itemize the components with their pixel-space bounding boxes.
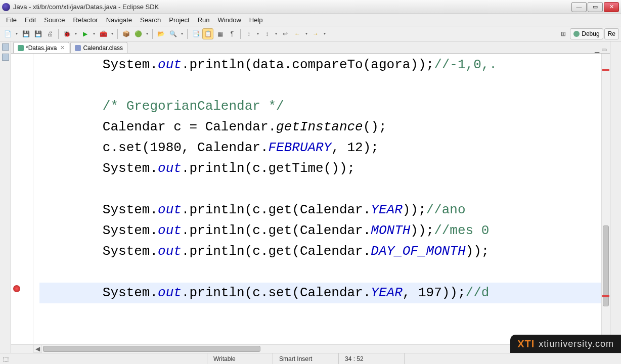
scroll-thumb[interactable] [603, 225, 609, 306]
watermark-url: xtiuniversity.com [539, 339, 614, 349]
status-message [10, 353, 207, 364]
status-writable: Writable [207, 353, 273, 364]
menu-project[interactable]: Project [165, 15, 193, 25]
status-insert-mode: Smart Insert [273, 353, 339, 364]
vertical-scrollbar[interactable] [601, 54, 610, 344]
menu-edit[interactable]: Edit [21, 15, 40, 25]
tab-label: *Datas.java [26, 44, 57, 52]
debug-icon[interactable]: 🐞 [61, 28, 72, 39]
run-icon[interactable]: ▶ [79, 28, 91, 39]
overview-error-marker[interactable] [602, 295, 609, 297]
maximize-button[interactable]: ▭ [588, 2, 603, 12]
toggle-mark-icon[interactable]: 📑 [190, 28, 201, 39]
menu-help[interactable]: Help [245, 15, 267, 25]
error-marker-icon[interactable] [13, 285, 20, 292]
code-area[interactable]: System.out.println(data.compareTo(agora)… [33, 54, 601, 344]
menu-search[interactable]: Search [136, 15, 165, 25]
back-dropdown[interactable]: ▾ [304, 31, 309, 36]
left-trim [0, 41, 11, 353]
status-cursor-position: 34 : 52 [339, 353, 405, 364]
editor-tabs: *Datas.java ✕ Calendar.class ▁ ▭ [11, 41, 610, 54]
perspective-debug[interactable]: Debug [570, 28, 603, 39]
open-perspective-icon[interactable]: ⊞ [558, 28, 569, 39]
window-title: Java - xti/br/com/xti/java/Datas.java - … [13, 3, 570, 11]
tab-datas-java[interactable]: *Datas.java ✕ [13, 42, 69, 53]
vertical-ruler[interactable] [11, 54, 33, 344]
editor-body: System.out.println(data.compareTo(agora)… [11, 54, 610, 344]
run-dropdown[interactable]: ▾ [92, 31, 97, 36]
menu-window[interactable]: Window [214, 15, 245, 25]
ext-tools-dropdown[interactable]: ▾ [110, 31, 115, 36]
tab-label: Calendar.class [83, 44, 123, 52]
ann-prev-dropdown[interactable]: ▾ [255, 31, 260, 36]
new-dropdown[interactable]: ▾ [14, 31, 19, 36]
editor: *Datas.java ✕ Calendar.class ▁ ▭ System.… [11, 41, 610, 353]
status-icon[interactable]: ⬚ [3, 355, 10, 362]
maximize-view-icon[interactable]: ▭ [601, 46, 607, 53]
minimize-view-icon[interactable]: ▁ [595, 46, 599, 53]
new-package-icon[interactable]: 📦 [120, 28, 131, 39]
forward-icon[interactable]: → [310, 28, 321, 39]
right-trim [610, 41, 621, 353]
class-file-icon [75, 45, 81, 51]
toggle-block-icon[interactable]: ▦ [214, 28, 226, 39]
save-all-icon[interactable]: 💾 [32, 28, 43, 39]
code-content[interactable]: System.out.println(data.compareTo(agora)… [33, 54, 601, 304]
back-icon[interactable]: ← [292, 28, 303, 39]
close-button[interactable]: ✕ [604, 2, 619, 12]
menu-refactor[interactable]: Refactor [69, 15, 102, 25]
menu-navigate[interactable]: Navigate [102, 15, 136, 25]
open-type-icon[interactable]: 📂 [155, 28, 166, 39]
new-type-icon[interactable]: 🟢 [132, 28, 144, 39]
tab-calendar-class[interactable]: Calendar.class [70, 42, 127, 53]
print-icon[interactable]: 🖨 [45, 28, 56, 39]
title-bar: Java - xti/br/com/xti/java/Datas.java - … [0, 0, 621, 14]
tab-close-icon[interactable]: ✕ [60, 44, 65, 51]
debug-dropdown[interactable]: ▾ [73, 31, 78, 36]
java-file-icon [18, 45, 24, 51]
xti-logo-icon: XTI [517, 338, 535, 350]
restore-view-icon[interactable] [2, 43, 9, 51]
ext-tools-icon[interactable]: 🧰 [98, 28, 109, 39]
watermark: XTI xtiuniversity.com [510, 335, 621, 353]
annotation-next-icon[interactable]: ↕ [261, 28, 273, 39]
toolbar: 📄▾ 💾 💾 🖨 🐞▾ ▶▾ 🧰▾ 📦 🟢▾ 📂 🔍▾ 📑 📋 ▦ ¶ ↕▾ ↕… [0, 26, 621, 41]
minimize-button[interactable]: — [571, 2, 587, 12]
search-dropdown[interactable]: ▾ [180, 31, 185, 36]
new-icon[interactable]: 📄 [2, 28, 13, 39]
show-whitespace-icon[interactable]: ¶ [227, 28, 238, 39]
search-icon[interactable]: 🔍 [167, 28, 179, 39]
menu-file[interactable]: File [2, 15, 21, 25]
last-edit-icon[interactable]: ↩ [280, 28, 291, 39]
annotation-prev-icon[interactable]: ↕ [243, 28, 254, 39]
overview-error-marker[interactable] [602, 69, 609, 71]
status-bar: ⬚ Writable Smart Insert 34 : 52 [0, 353, 621, 364]
toggle-breadcrumb-icon[interactable]: 📋 [202, 28, 213, 39]
eclipse-icon [2, 3, 10, 11]
package-explorer-icon[interactable] [2, 54, 9, 61]
menu-run[interactable]: Run [194, 15, 214, 25]
menu-bar: File Edit Source Refactor Navigate Searc… [0, 14, 621, 26]
bug-icon [573, 31, 580, 37]
save-icon[interactable]: 💾 [20, 28, 31, 39]
scroll-left-icon[interactable]: ◀ [33, 345, 42, 353]
forward-dropdown[interactable]: ▾ [322, 31, 327, 36]
main-area: *Datas.java ✕ Calendar.class ▁ ▭ System.… [0, 41, 621, 353]
perspective-resource[interactable]: Re [604, 28, 619, 39]
ann-next-dropdown[interactable]: ▾ [274, 31, 279, 36]
new-type-dropdown[interactable]: ▾ [145, 31, 150, 36]
menu-source[interactable]: Source [40, 15, 69, 25]
hscroll-thumb[interactable] [43, 346, 260, 352]
